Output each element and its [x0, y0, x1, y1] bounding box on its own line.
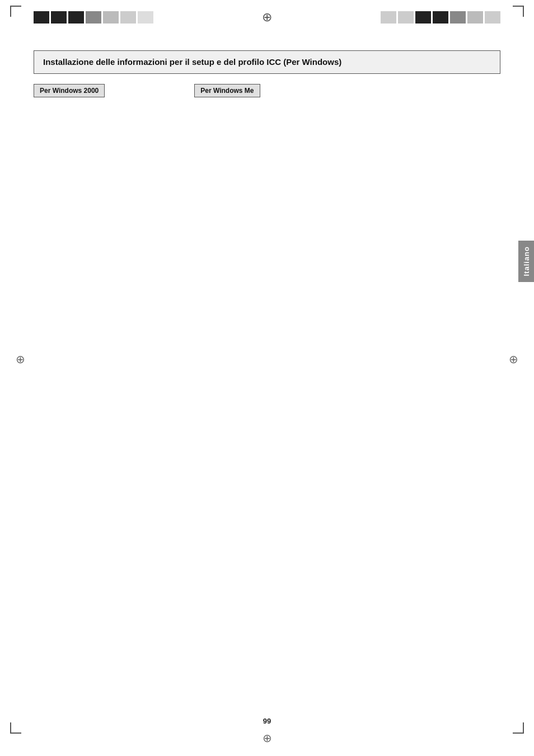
pattern-bar-right	[381, 11, 500, 24]
main-content: Installazione delle informazioni per il …	[34, 50, 500, 97]
title-box: Installazione delle informazioni per il …	[34, 50, 500, 74]
bar-seg	[68, 11, 84, 24]
btn-win2000[interactable]: Per Windows 2000	[34, 84, 105, 97]
bar-seg	[415, 11, 431, 24]
bar-seg	[51, 11, 67, 24]
bar-seg	[398, 11, 414, 24]
corner-bracket-bottom-right	[513, 722, 524, 734]
bar-seg	[34, 11, 49, 24]
page-title: Installazione delle informazioni per il …	[43, 57, 491, 68]
bar-seg	[381, 11, 396, 24]
top-crosshair: ⊕	[262, 10, 272, 25]
corner-bracket-bottom-left	[10, 722, 21, 734]
pattern-bar-left	[34, 11, 153, 24]
page-number: 99	[263, 717, 271, 725]
bar-seg	[86, 11, 101, 24]
bar-seg	[138, 11, 153, 24]
bottom-crosshair: ⊕	[263, 731, 272, 745]
bar-seg	[485, 11, 500, 24]
bar-seg	[120, 11, 136, 24]
btn-winme[interactable]: Per Windows Me	[194, 84, 260, 97]
top-bar: ⊕	[0, 10, 534, 25]
bar-seg	[467, 11, 483, 24]
left-crosshair: ⊕	[16, 353, 25, 366]
bar-seg	[450, 11, 466, 24]
bar-seg	[433, 11, 448, 24]
buttons-row: Per Windows 2000 Per Windows Me	[34, 84, 500, 97]
language-tab-label: Italiano	[522, 246, 531, 276]
language-tab: Italiano	[518, 241, 534, 282]
right-crosshair: ⊕	[509, 353, 518, 366]
bar-seg	[103, 11, 119, 24]
